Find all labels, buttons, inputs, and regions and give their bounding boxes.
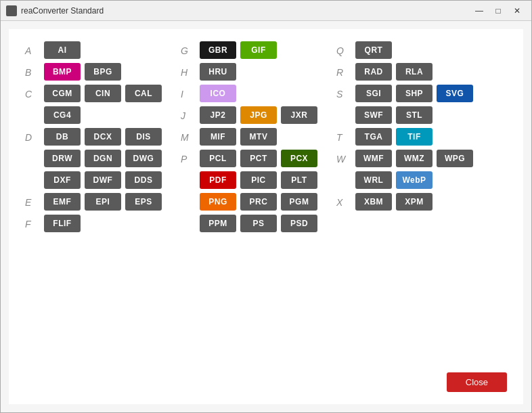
format-btn-PDF[interactable]: PDF: [200, 171, 236, 189]
minimize-button[interactable]: —: [470, 4, 488, 18]
main-window: reaConverter Standard — □ ✕ AAIBBMPBPGCC…: [0, 0, 532, 413]
format-btn-WebP[interactable]: WebP: [396, 171, 433, 189]
section-E: EEMFEPIEPS: [25, 193, 181, 211]
format-btn-HRU[interactable]: HRU: [200, 63, 236, 81]
letter-label-T: T: [336, 128, 355, 143]
section-J: JJP2JPGJXR: [181, 106, 336, 124]
section-I: IICO: [181, 85, 336, 102]
letter-label-S: S: [336, 85, 355, 100]
section-S: SSGISHPSVGSWFSTL: [336, 85, 492, 124]
format-btn-MIF[interactable]: MIF: [200, 128, 236, 146]
section-A: AAI: [25, 41, 181, 59]
format-btn-CAL[interactable]: CAL: [125, 85, 162, 102]
format-btn-PLT[interactable]: PLT: [281, 171, 317, 189]
format-btn-XPM[interactable]: XPM: [396, 193, 433, 211]
format-btn-PCT[interactable]: PCT: [240, 150, 277, 167]
format-buttons-Q: QRT: [355, 41, 492, 59]
format-btn-WPG[interactable]: WPG: [437, 150, 473, 167]
format-btn-SWF[interactable]: SWF: [355, 106, 392, 124]
format-buttons-R: RADRLA: [355, 63, 492, 81]
format-btn-PS[interactable]: PS: [240, 215, 277, 232]
window-close-button[interactable]: ✕: [508, 4, 526, 18]
format-btn-PPM[interactable]: PPM: [200, 215, 236, 232]
letter-label-H: H: [181, 63, 200, 78]
format-btn-JPG[interactable]: JPG: [240, 106, 277, 124]
close-section: Close: [447, 372, 507, 392]
maximize-button[interactable]: □: [489, 4, 507, 18]
format-btn-GIF[interactable]: GIF: [240, 41, 277, 59]
format-btn-WRL[interactable]: WRL: [355, 171, 392, 189]
format-buttons-X: XBMXPM: [355, 193, 492, 211]
format-btn-ICO[interactable]: ICO: [200, 85, 236, 102]
column-2: QQRTRRADRLASSGISHPSVGSWFSTLTTGATIFWWMFWM…: [336, 41, 492, 392]
column-0: AAIBBMPBPGCCGMCINCALCG4DDBDCXDISDRWDGNDW…: [25, 41, 181, 392]
format-buttons-F: FLIF: [44, 215, 181, 232]
format-btn-RAD[interactable]: RAD: [355, 63, 392, 81]
section-W: WWMFWMZWPGWRLWebP: [336, 150, 492, 189]
format-btn-DXF[interactable]: DXF: [44, 171, 81, 189]
letter-label-A: A: [25, 41, 44, 56]
format-buttons-E: EMFEPIEPS: [44, 193, 181, 211]
format-buttons-S: SGISHPSVGSWFSTL: [355, 85, 492, 124]
format-btn-CIN[interactable]: CIN: [85, 85, 121, 102]
format-btn-PRC[interactable]: PRC: [240, 193, 277, 211]
column-1: GGBRGIFHHRUIICOJJP2JPGJXRMMIFMTVPPCLPCTP…: [181, 41, 336, 392]
section-D: DDBDCXDISDRWDGNDWGDXFDWFDDS: [25, 128, 181, 189]
format-btn-QRT[interactable]: QRT: [355, 41, 392, 59]
letter-label-E: E: [25, 193, 44, 208]
format-btn-EPS[interactable]: EPS: [125, 193, 162, 211]
format-btn-WMF[interactable]: WMF: [355, 150, 392, 167]
format-btn-PGM[interactable]: PGM: [281, 193, 317, 211]
format-btn-DWG[interactable]: DWG: [125, 150, 162, 167]
format-btn-DCX[interactable]: DCX: [85, 128, 121, 146]
format-btn-AI[interactable]: AI: [44, 41, 81, 59]
format-btn-SHP[interactable]: SHP: [396, 85, 433, 102]
format-btn-JP2[interactable]: JP2: [200, 106, 236, 124]
format-buttons-D: DBDCXDISDRWDGNDWGDXFDWFDDS: [44, 128, 181, 189]
format-btn-TGA[interactable]: TGA: [355, 128, 392, 146]
format-buttons-H: HRU: [200, 63, 336, 81]
format-btn-TIF[interactable]: TIF: [396, 128, 433, 146]
format-btn-DRW[interactable]: DRW: [44, 150, 81, 167]
format-btn-BPG[interactable]: BPG: [85, 63, 121, 81]
letter-label-W: W: [336, 150, 355, 165]
format-btn-BMP[interactable]: BMP: [44, 63, 81, 81]
app-icon: [6, 5, 17, 16]
format-btn-PIC[interactable]: PIC: [240, 171, 277, 189]
format-btn-STL[interactable]: STL: [396, 106, 433, 124]
letter-label-P: P: [181, 150, 200, 165]
main-content: AAIBBMPBPGCCGMCINCALCG4DDBDCXDISDRWDGNDW…: [1, 21, 531, 412]
format-btn-PNG[interactable]: PNG: [200, 193, 236, 211]
format-btn-RLA[interactable]: RLA: [396, 63, 433, 81]
format-btn-JXR[interactable]: JXR: [281, 106, 317, 124]
letter-label-X: X: [336, 193, 355, 208]
format-btn-PCX[interactable]: PCX: [281, 150, 317, 167]
format-buttons-G: GBRGIF: [200, 41, 336, 59]
format-btn-DGN[interactable]: DGN: [85, 150, 121, 167]
format-btn-MTV[interactable]: MTV: [240, 128, 277, 146]
format-btn-DWF[interactable]: DWF: [85, 171, 121, 189]
format-btn-FLIF[interactable]: FLIF: [44, 215, 81, 232]
section-P: PPCLPCTPCXPDFPICPLTPNGPRCPGMPPMPSPSD: [181, 150, 336, 232]
format-buttons-B: BMPBPG: [44, 63, 181, 81]
section-G: GGBRGIF: [181, 41, 336, 59]
format-btn-CG4[interactable]: CG4: [44, 106, 81, 124]
format-btn-WMZ[interactable]: WMZ: [396, 150, 433, 167]
format-btn-DIS[interactable]: DIS: [125, 128, 162, 146]
format-buttons-C: CGMCINCALCG4: [44, 85, 181, 124]
format-btn-EPI[interactable]: EPI: [85, 193, 121, 211]
format-btn-CGM[interactable]: CGM: [44, 85, 81, 102]
letter-label-B: B: [25, 63, 44, 78]
format-btn-DB[interactable]: DB: [44, 128, 81, 146]
section-H: HHRU: [181, 63, 336, 81]
format-btn-EMF[interactable]: EMF: [44, 193, 81, 211]
close-main-button[interactable]: Close: [447, 372, 507, 392]
format-grid: AAIBBMPBPGCCGMCINCALCG4DDBDCXDISDRWDGNDW…: [25, 41, 507, 392]
format-btn-SGI[interactable]: SGI: [355, 85, 392, 102]
format-btn-PSD[interactable]: PSD: [281, 215, 317, 232]
format-btn-PCL[interactable]: PCL: [200, 150, 236, 167]
format-btn-XBM[interactable]: XBM: [355, 193, 392, 211]
format-btn-GBR[interactable]: GBR: [200, 41, 236, 59]
format-btn-DDS[interactable]: DDS: [125, 171, 162, 189]
format-btn-SVG[interactable]: SVG: [437, 85, 473, 102]
